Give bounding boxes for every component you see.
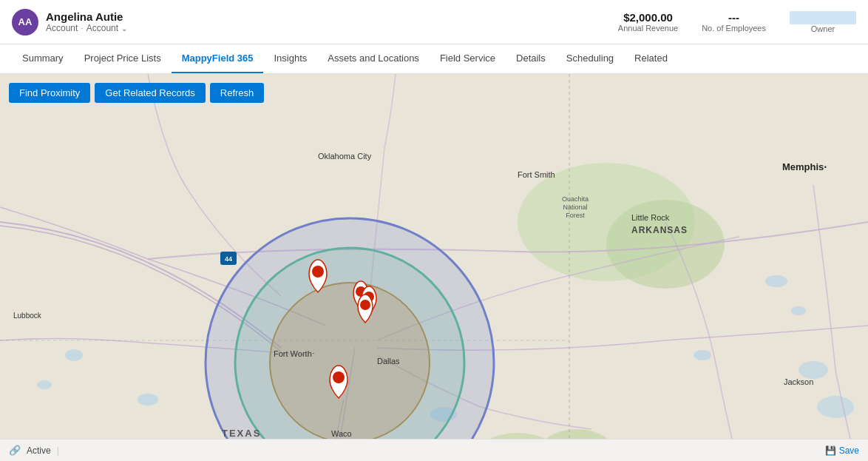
header-info: Angelina Autie Account · Account ⌄ bbox=[46, 10, 127, 33]
svg-text:Ouachita: Ouachita bbox=[562, 195, 589, 203]
owner-label: Owner bbox=[790, 24, 856, 33]
svg-text:National: National bbox=[563, 203, 587, 211]
svg-point-3 bbox=[765, 275, 787, 287]
breadcrumb-sep: · bbox=[81, 23, 83, 33]
tab-insights[interactable]: Insights bbox=[263, 44, 317, 73]
find-proximity-button[interactable]: Find Proximity bbox=[9, 83, 90, 103]
svg-text:Fort Worth⋅: Fort Worth⋅ bbox=[274, 349, 315, 358]
svg-point-7 bbox=[37, 380, 52, 389]
annual-revenue-stat: $2,000.00 Annual Revenue bbox=[618, 11, 678, 33]
breadcrumb-account1[interactable]: Account bbox=[46, 23, 78, 33]
svg-point-10 bbox=[799, 361, 828, 379]
svg-point-21 bbox=[270, 283, 430, 439]
link-icon: 🔗 bbox=[9, 445, 21, 456]
svg-text:Waco: Waco bbox=[331, 429, 352, 438]
svg-point-11 bbox=[817, 396, 854, 418]
svg-point-8 bbox=[138, 394, 158, 406]
map-toolbar: Find Proximity Get Related Records Refre… bbox=[9, 83, 264, 103]
svg-text:Lubbock: Lubbock bbox=[13, 312, 42, 320]
map-container: 44 Memph bbox=[0, 74, 868, 439]
save-button[interactable]: 💾 Save bbox=[825, 445, 859, 456]
header-stats: $2,000.00 Annual Revenue --- No. of Empl… bbox=[618, 11, 856, 33]
svg-point-5 bbox=[694, 350, 711, 360]
svg-point-26 bbox=[333, 371, 345, 383]
svg-text:Oklahoma City: Oklahoma City bbox=[318, 152, 372, 161]
owner-value bbox=[790, 11, 856, 24]
svg-text:Dallas: Dallas bbox=[377, 357, 400, 366]
svg-text:Forest: Forest bbox=[566, 212, 585, 219]
tab-assets-locations[interactable]: Assets and Locations bbox=[317, 44, 430, 73]
tab-related[interactable]: Related bbox=[624, 44, 678, 73]
employees-stat: --- No. of Employees bbox=[702, 11, 766, 33]
svg-text:Fort Smith: Fort Smith bbox=[518, 170, 555, 179]
header: AA Angelina Autie Account · Account ⌄ $2… bbox=[0, 0, 868, 44]
svg-text:ARKANSAS: ARKANSAS bbox=[631, 225, 688, 235]
tab-details[interactable]: Details bbox=[506, 44, 556, 73]
svg-text:Memphis⋅: Memphis⋅ bbox=[782, 161, 827, 172]
get-related-records-button[interactable]: Get Related Records bbox=[95, 83, 205, 103]
svg-text:44: 44 bbox=[225, 255, 232, 263]
breadcrumb-account2[interactable]: Account bbox=[87, 23, 118, 33]
svg-text:Little Rock: Little Rock bbox=[631, 213, 670, 222]
chevron-down-icon[interactable]: ⌄ bbox=[121, 24, 127, 33]
owner-stat: Owner bbox=[790, 11, 856, 33]
svg-point-4 bbox=[791, 306, 806, 315]
map-svg: 44 Memph bbox=[0, 74, 868, 439]
tab-field-service[interactable]: Field Service bbox=[430, 44, 506, 73]
svg-point-25 bbox=[360, 300, 370, 310]
employees-value: --- bbox=[702, 11, 766, 24]
annual-revenue-value: $2,000.00 bbox=[618, 11, 678, 24]
tab-scheduling[interactable]: Scheduling bbox=[556, 44, 624, 73]
avatar: AA bbox=[12, 9, 38, 36]
tab-summary[interactable]: Summary bbox=[12, 44, 74, 73]
svg-text:Jackson: Jackson bbox=[784, 377, 813, 386]
tab-project-price-lists[interactable]: Project Price Lists bbox=[74, 44, 172, 73]
breadcrumb: Account · Account ⌄ bbox=[46, 23, 127, 33]
svg-point-22 bbox=[312, 266, 324, 277]
status-bar: 🔗 Active | 💾 Save bbox=[0, 439, 868, 461]
svg-point-6 bbox=[65, 349, 83, 361]
svg-text:TEXAS: TEXAS bbox=[222, 428, 261, 439]
save-icon: 💾 bbox=[825, 445, 836, 456]
account-name: Angelina Autie bbox=[46, 10, 127, 23]
nav-tabs: Summary Project Price Lists MappyField 3… bbox=[0, 44, 868, 74]
refresh-button[interactable]: Refresh bbox=[210, 83, 265, 103]
save-label: Save bbox=[839, 445, 859, 456]
tab-mappyfield[interactable]: MappyField 365 bbox=[172, 44, 264, 73]
annual-revenue-label: Annual Revenue bbox=[618, 24, 678, 33]
employees-label: No. of Employees bbox=[702, 24, 766, 33]
status-sep: | bbox=[57, 445, 59, 456]
status-text: Active bbox=[27, 445, 51, 456]
